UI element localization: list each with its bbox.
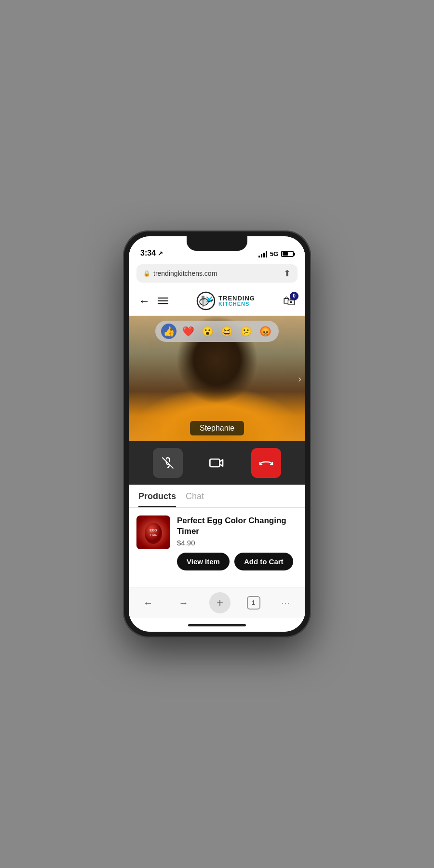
- browser-more-button[interactable]: ···: [276, 593, 296, 612]
- logo-text: TRENDING KITCHENS: [218, 295, 255, 307]
- hamburger-line-2: [158, 300, 168, 301]
- phone-frame: 3:34 ↗ 5G 🔒 trendin: [123, 231, 311, 637]
- battery-fill: [283, 252, 288, 256]
- svg-rect-10: [210, 459, 219, 467]
- reaction-like[interactable]: 👍: [161, 324, 176, 339]
- logo-area: TRENDING KITCHENS: [196, 291, 255, 311]
- lock-icon: 🔒: [143, 270, 150, 277]
- home-bar: [188, 624, 246, 626]
- notch: [187, 236, 247, 251]
- logo-icon: [196, 291, 216, 311]
- reaction-heart[interactable]: ❤️: [180, 324, 196, 339]
- battery-icon: [281, 251, 294, 257]
- status-time: 3:34 ↗: [140, 249, 163, 258]
- tab-chat[interactable]: Chat: [186, 491, 204, 507]
- hamburger-line-3: [158, 303, 168, 304]
- share-icon[interactable]: ⬆: [284, 268, 291, 279]
- svg-text:EGG: EGG: [149, 529, 157, 532]
- logo-line2: KITCHENS: [218, 301, 255, 307]
- product-info: Perfect Egg Color Changing Timer $4.90 V…: [177, 515, 298, 570]
- hamburger-menu[interactable]: [158, 298, 168, 304]
- video-button[interactable]: [202, 448, 232, 478]
- tab-products[interactable]: Products: [138, 491, 176, 507]
- svg-text:TIME: TIME: [150, 533, 157, 536]
- video-container: 👍 ❤️ 😮 😆 😕 😡 Stephanie ›: [129, 316, 305, 441]
- hamburger-line-1: [158, 298, 168, 298]
- nav-left: ←: [138, 294, 168, 308]
- nav-bar: ←: [129, 286, 305, 316]
- browser-tabs-button[interactable]: 1: [247, 596, 260, 610]
- url-bar[interactable]: 🔒 trendingkitchens.com ⬆: [136, 264, 298, 283]
- browser-bottom-nav: ← → + 1 ···: [129, 587, 305, 618]
- emoji-reactions: 👍 ❤️ 😮 😆 😕 😡: [155, 321, 279, 342]
- view-item-button[interactable]: View Item: [177, 553, 230, 570]
- network-indicator: 5G: [270, 250, 278, 258]
- call-controls: [129, 441, 305, 485]
- add-to-cart-button[interactable]: Add to Cart: [234, 553, 293, 570]
- signal-bar-2: [261, 254, 262, 258]
- browser-bar: 🔒 trendingkitchens.com ⬆: [129, 260, 305, 286]
- egg-timer-svg: EGG TIME: [142, 519, 164, 546]
- browser-new-tab-button[interactable]: +: [209, 592, 231, 613]
- product-thumbnail: EGG TIME: [136, 515, 170, 549]
- reaction-sad[interactable]: 😕: [238, 324, 254, 339]
- mute-button[interactable]: [153, 448, 183, 478]
- time-display: 3:34: [140, 249, 156, 258]
- chevron-right-icon[interactable]: ›: [298, 373, 301, 384]
- end-call-button[interactable]: [251, 448, 281, 478]
- presenter-name-badge: Stephanie: [190, 421, 244, 435]
- product-item: EGG TIME Perfect Egg Color Changing Time…: [136, 515, 298, 570]
- browser-forward-button[interactable]: →: [174, 593, 193, 612]
- status-icons: 5G: [258, 250, 294, 258]
- product-name: Perfect Egg Color Changing Timer: [177, 515, 298, 537]
- cart-count-badge: 0: [290, 292, 298, 300]
- products-panel: Products Chat: [129, 485, 305, 587]
- panel-tabs: Products Chat: [129, 485, 305, 508]
- back-button[interactable]: ←: [138, 294, 150, 308]
- home-indicator: [129, 618, 305, 632]
- signal-bar-3: [263, 253, 265, 258]
- url-display: trendingkitchens.com: [153, 270, 217, 277]
- phone-screen: 3:34 ↗ 5G 🔒 trendin: [129, 236, 305, 632]
- reaction-angry[interactable]: 😡: [258, 324, 273, 339]
- product-buttons: View Item Add to Cart: [177, 553, 298, 570]
- reaction-wow[interactable]: 😮: [200, 324, 215, 339]
- location-icon: ↗: [158, 250, 163, 257]
- product-price: $4.90: [177, 539, 298, 547]
- product-list: EGG TIME Perfect Egg Color Changing Time…: [129, 508, 305, 587]
- reaction-haha[interactable]: 😆: [219, 324, 234, 339]
- signal-bar-1: [258, 256, 260, 258]
- url-text: 🔒 trendingkitchens.com: [143, 270, 217, 277]
- signal-bars: [258, 251, 267, 258]
- cart-icon[interactable]: 🛍 0: [283, 294, 296, 309]
- signal-bar-4: [266, 251, 267, 258]
- browser-back-button[interactable]: ←: [138, 593, 158, 612]
